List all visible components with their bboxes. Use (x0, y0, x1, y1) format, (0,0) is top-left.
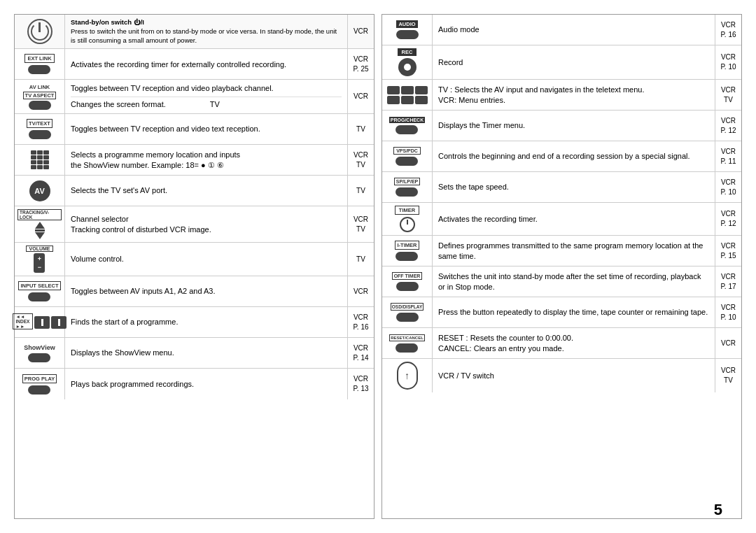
desc-osd-display: Press the button repeatedly to display t… (433, 297, 715, 327)
row-i-timer: I-TIMER Defines programmes transmitted t… (382, 236, 741, 266)
av-desc: Selects the TV set's AV port. (71, 185, 342, 196)
icon-cell-nav (382, 80, 433, 110)
off-timer-btn (396, 282, 419, 291)
index-icon: ◄◄ INDEX ►► (13, 313, 67, 331)
i-timer-icon: I-TIMER (395, 241, 420, 250)
ext-link-btn (28, 65, 50, 74)
av-tv-label: TV (210, 100, 220, 108)
page-label-osddisplay: P. 10 (720, 313, 736, 322)
vcr-label-rec: VCR (721, 52, 736, 62)
page-label-offtimer: P. 17 (720, 282, 736, 292)
vcr-volume: TV (347, 243, 374, 276)
osd-display-desc: Press the button repeatedly to display t… (438, 307, 709, 318)
page-label-index: P. 16 (353, 322, 368, 332)
vcr-label-resetcancel: VCR (721, 339, 736, 348)
desc-av-link: Toggles between TV reception and video p… (65, 80, 347, 113)
prog-play-btn (28, 385, 50, 395)
row-sp-lp-ep: SP/LP/EP Sets the tape speed. VCR P. 10 (382, 172, 741, 203)
vcr-label-av: VCR (354, 92, 368, 101)
nav-desc1: TV : Selects the AV input and navigates … (438, 85, 709, 95)
vcr-numpad: VCR TV (347, 145, 374, 175)
vcr-prog-check: VCR P. 12 (715, 111, 741, 141)
desc-reset-cancel: RESET : Resets the counter to 0:00.00. C… (433, 328, 715, 358)
vcr-standby: VCR (347, 15, 374, 48)
volume-desc: Volume control. (71, 254, 342, 264)
vcr-vps-pdc: VCR P. 11 (715, 141, 741, 171)
page-label-showview: P. 14 (353, 353, 368, 363)
reset-cancel-btn (396, 343, 418, 353)
prog-play-icon: PROG PLAY (22, 374, 57, 383)
audio-btn (396, 30, 419, 39)
desc-vps-pdc: Controls the beginning and end of a reco… (433, 141, 715, 171)
icon-cell-i-timer: I-TIMER (382, 236, 433, 266)
ext-link-icon: EXT LINK (24, 54, 54, 63)
row-vcr-tv: ↑ VCR / TV switch VCR TV (382, 359, 741, 392)
rec-icon: REC (398, 48, 417, 56)
volume-icon: VOLUME + − (26, 246, 54, 273)
vcr-label-input: VCR (354, 287, 368, 297)
icon-cell-av-link: AV LINK TV ASPECT (15, 80, 65, 113)
off-timer-desc: Switches the unit into stand-by mode aft… (438, 271, 709, 292)
audio-icon: AUDIO (396, 20, 417, 28)
row-timer: TIMER Activates the recording timer. VCR… (382, 203, 741, 236)
vcr-label-osddisplay: VCR (721, 303, 736, 313)
icon-cell-audio: AUDIO (382, 15, 433, 45)
desc-tv-text: Toggles between TV reception and video t… (65, 114, 347, 144)
sp-lp-ep-icon: SP/LP/EP (394, 178, 421, 185)
tv-text-icon: TV/TEXT (27, 119, 52, 128)
audio-desc: Audio mode (438, 24, 709, 35)
desc-av: Selects the TV set's AV port. (65, 176, 347, 206)
prog-check-btn (396, 125, 418, 134)
page-label-nav: TV (724, 95, 733, 105)
showview-desc: Displays the ShowView menu. (71, 348, 342, 358)
rec-desc: Record (438, 57, 709, 68)
icon-cell-vcr-tv: ↑ (382, 359, 433, 392)
row-av: AV Selects the TV set's AV port. TV (15, 176, 374, 206)
vcr-vcr-tv: VCR TV (715, 359, 741, 392)
row-osd-display: OSD/DISPLAY Press the button repeatedly … (382, 297, 741, 328)
vcr-label-standby: VCR (354, 27, 368, 36)
vcr-index: VCR P. 16 (347, 307, 374, 337)
vcr-label-vpspdc: VCR (721, 147, 736, 157)
icon-cell-volume: VOLUME + − (15, 243, 65, 276)
vcr-label-av-btn: TV (356, 186, 365, 196)
vcr-ext-link: VCR P. 25 (347, 49, 374, 79)
page-label-audio: P. 16 (720, 30, 736, 40)
icon-cell-sp-lp-ep: SP/LP/EP (382, 172, 433, 202)
page-label-timer: P. 12 (720, 219, 736, 229)
vcr-osd-display: VCR P. 10 (715, 297, 741, 327)
off-timer-icon: OFF TIMER (392, 272, 423, 280)
icon-cell-numpad (15, 145, 65, 175)
icon-cell-prog-play: PROG PLAY (15, 369, 65, 399)
desc-input-select: Toggles between AV inputs A1, A2 and A3. (65, 276, 347, 306)
vcr-reset-cancel: VCR (715, 328, 741, 358)
vcr-rec: VCR P. 10 (715, 45, 741, 79)
vcr-showview: VCR P. 14 (347, 338, 374, 368)
icon-cell-off-timer: OFF TIMER (382, 266, 433, 297)
av-icon: AV (29, 180, 50, 201)
icon-cell-index: ◄◄ INDEX ►► (15, 307, 65, 337)
vcr-i-timer: VCR P. 15 (715, 236, 741, 266)
vcr-label-nav: VCR (721, 85, 736, 95)
icon-cell-tracking: TRACKING/V-LOCK (15, 206, 65, 242)
page-label-ext: P. 25 (353, 64, 368, 74)
vcr-label-vcrtv: VCR (721, 366, 736, 376)
icon-cell-ext-link: EXT LINK (15, 49, 65, 79)
desc-standby: Stand-by/on switch ⏻/I Press to switch t… (65, 15, 347, 48)
vcr-label-ext: VCR (354, 55, 368, 64)
av-link-icon: AV LINK (29, 84, 50, 90)
numpad-desc2: the ShowView number. Example: 18= ● ① ⑥ (71, 160, 342, 171)
tracking-desc1: Channel selector (71, 214, 342, 225)
vcr-label-offtimer: VCR (721, 272, 736, 282)
icon-cell-power (15, 15, 65, 48)
desc-sp-lp-ep: Sets the tape speed. (433, 172, 715, 202)
vcr-prog-play: VCR P. 13 (347, 369, 374, 399)
osd-display-icon: OSD/DISPLAY (391, 303, 424, 311)
page-container: Stand-by/on switch ⏻/I Press to switch t… (0, 0, 756, 533)
desc-index: Finds the start of a programme. (65, 307, 347, 337)
vcr-label-tracking: VCR (354, 215, 368, 225)
icon-cell-vps-pdc: VPS/PDC (382, 141, 433, 171)
i-timer-btn (396, 252, 418, 261)
row-input-select: INPUT SELECT Toggles between AV inputs A… (15, 276, 374, 307)
tracking-icon: TRACKING/V-LOCK (18, 209, 62, 239)
